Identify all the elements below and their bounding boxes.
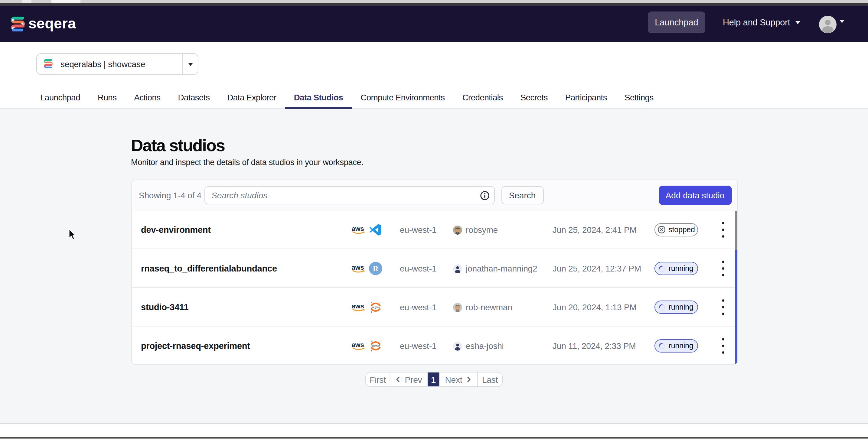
cell-region: eu-west-1 xyxy=(400,211,436,249)
aws-icon: aws xyxy=(351,341,365,352)
search-button[interactable]: Search xyxy=(501,186,544,205)
status-badge: running xyxy=(654,262,698,275)
studio-rows: dev-environment aws xyxy=(131,211,737,365)
user-icon xyxy=(453,341,462,350)
svg-text:aws: aws xyxy=(351,225,364,232)
svg-text:aws: aws xyxy=(351,264,364,271)
spinner-icon xyxy=(659,304,666,311)
pagination-last[interactable]: Last xyxy=(478,373,502,386)
seqera-logo-icon xyxy=(10,16,25,32)
tab-compute-environments[interactable]: Compute Environments xyxy=(352,87,453,108)
help-and-support-menu[interactable]: Help and Support xyxy=(723,11,801,33)
info-icon[interactable] xyxy=(480,191,489,200)
svg-text:aws: aws xyxy=(351,302,364,310)
pagination-next-label: Next xyxy=(445,375,462,384)
cell-region: eu-west-1 xyxy=(400,249,436,288)
vscode-icon xyxy=(369,223,381,236)
cell-date: Jun 20, 2024, 1:13 PM xyxy=(553,288,637,326)
table-row[interactable]: rnaseq_to_differentialabundance aws xyxy=(131,249,737,288)
tab-participants[interactable]: Participants xyxy=(557,87,616,108)
username: robsyme xyxy=(466,225,498,234)
tab-actions[interactable]: Actions xyxy=(125,87,169,108)
table-toolbar: Showing 1-4 of 4 Search Add data studio xyxy=(131,180,737,211)
aws-icon: aws xyxy=(351,264,365,275)
chevron-down-icon xyxy=(188,63,193,66)
scrollbar-thumb[interactable] xyxy=(735,211,737,250)
top-navbar: seqera Launchpad Help and Support xyxy=(0,5,868,42)
svg-text:aws: aws xyxy=(351,341,364,349)
brand-name: seqera xyxy=(28,15,76,32)
row-menu-kebab-icon[interactable] xyxy=(719,299,727,315)
tab-credentials[interactable]: Credentials xyxy=(454,87,512,108)
page-footer xyxy=(0,423,868,437)
tab-data-studios[interactable]: Data Studios xyxy=(285,87,352,108)
studio-name[interactable]: studio-3411 xyxy=(141,288,188,326)
window-chrome-bottom xyxy=(0,437,868,439)
table-row[interactable]: project-rnaseq-experiment aws xyxy=(131,326,737,365)
table-row[interactable]: dev-environment aws xyxy=(131,211,737,249)
brand-logo[interactable]: seqera xyxy=(10,16,76,33)
rstudio-icon: R xyxy=(369,262,382,275)
status-badge: stopped xyxy=(654,223,698,237)
chevron-down-icon xyxy=(840,20,844,23)
avatar xyxy=(819,15,837,33)
username: jonathan-manning2 xyxy=(466,264,537,273)
pagination-first[interactable]: First xyxy=(366,373,390,386)
tab-settings[interactable]: Settings xyxy=(616,87,662,108)
search-box xyxy=(204,186,495,205)
workspace-tabs: Launchpad Runs Actions Datasets Data Exp… xyxy=(31,87,662,108)
pagination-next[interactable]: Next xyxy=(440,373,478,386)
pagination-prev[interactable]: Prev xyxy=(390,373,428,386)
mouse-cursor xyxy=(68,228,76,240)
studio-name[interactable]: dev-environment xyxy=(141,211,211,249)
cell-region: eu-west-1 xyxy=(400,288,436,326)
window-chrome-dark-strip xyxy=(0,3,868,5)
workspace-selected-label: seqeralabs | showcase xyxy=(61,59,145,69)
studio-name[interactable]: rnaseq_to_differentialabundance xyxy=(141,249,277,288)
launchpad-button[interactable]: Launchpad xyxy=(648,11,705,33)
workspace-logo-icon xyxy=(43,59,53,69)
studio-name[interactable]: project-rnaseq-experiment xyxy=(141,326,250,365)
pagination: First Prev 1 Next Last xyxy=(365,372,503,387)
row-menu-kebab-icon[interactable] xyxy=(719,222,727,238)
status-label: running xyxy=(669,342,693,350)
table-scrollbar[interactable] xyxy=(735,211,737,365)
status-badge: running xyxy=(654,301,698,314)
subheader: seqeralabs | showcase Launchpad Runs Act… xyxy=(0,42,868,109)
tab-launchpad[interactable]: Launchpad xyxy=(31,87,89,108)
data-studios-table-card: Showing 1-4 of 4 Search Add data studio xyxy=(131,180,738,365)
add-data-studio-button[interactable]: Add data studio xyxy=(658,186,732,205)
cell-user: robsyme xyxy=(453,211,498,249)
seqera-platform-app: seqera Launchpad Help and Support xyxy=(0,0,868,439)
tab-datasets[interactable]: Datasets xyxy=(169,87,219,108)
svg-text:jupyter: jupyter xyxy=(371,305,379,309)
user-menu[interactable] xyxy=(819,15,844,33)
tab-runs[interactable]: Runs xyxy=(89,87,125,108)
cell-date: Jun 11, 2024, 2:33 PM xyxy=(553,326,636,365)
pagination-prev-label: Prev xyxy=(405,375,422,384)
search-input[interactable] xyxy=(205,187,480,204)
showing-count: Showing 1-4 of 4 xyxy=(139,180,202,211)
cell-user: jonathan-manning2 xyxy=(453,249,537,288)
username: rob-newman xyxy=(466,302,512,312)
cell-compute-icons: aws R xyxy=(344,249,390,288)
table-row[interactable]: studio-3411 aws xyxy=(131,288,737,326)
cell-compute-icons: aws jupyter xyxy=(344,326,390,365)
svg-text:R: R xyxy=(373,264,378,273)
pagination-current-page[interactable]: 1 xyxy=(428,373,440,386)
avatar xyxy=(453,303,462,312)
username: esha-joshi xyxy=(466,341,504,351)
cell-date: Jun 25, 2024, 2:41 PM xyxy=(553,211,637,249)
row-menu-kebab-icon[interactable] xyxy=(719,338,727,354)
workspace-selector-divider xyxy=(182,54,183,74)
cell-compute-icons: aws xyxy=(344,211,390,249)
tab-secrets[interactable]: Secrets xyxy=(512,87,557,108)
jupyter-icon: jupyter xyxy=(369,339,382,352)
tab-data-explorer[interactable]: Data Explorer xyxy=(218,87,285,108)
spinner-icon xyxy=(659,343,666,349)
row-menu-kebab-icon[interactable] xyxy=(719,261,727,276)
workspace-selector[interactable]: seqeralabs | showcase xyxy=(36,53,198,75)
window-chrome-top xyxy=(0,0,868,3)
chrome-highlight xyxy=(52,0,81,3)
cell-region: eu-west-1 xyxy=(400,326,436,365)
